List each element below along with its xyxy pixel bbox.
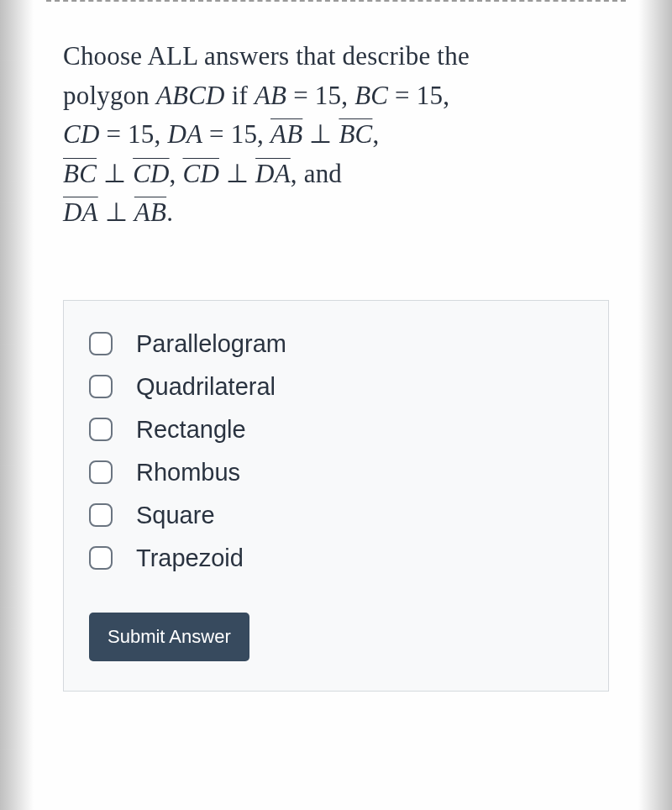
option-parallelogram[interactable]: Parallelogram	[89, 330, 583, 358]
question-intro: Choose ALL answers that describe the	[63, 41, 470, 71]
bar-cd-2: CD	[133, 159, 169, 188]
section-divider	[46, 0, 626, 3]
checkbox-rectangle[interactable]	[89, 418, 113, 441]
polygon-name: ABCD	[156, 81, 225, 110]
checkbox-rhombus[interactable]	[89, 460, 113, 484]
and-text: , and	[291, 159, 342, 188]
option-label-rhombus: Rhombus	[136, 459, 240, 487]
question-polygon-pre: polygon	[63, 81, 156, 110]
checkbox-parallelogram[interactable]	[89, 332, 113, 355]
option-quadrilateral[interactable]: Quadrilateral	[89, 373, 583, 401]
submit-answer-button[interactable]: Submit Answer	[89, 613, 249, 661]
option-label-quadrilateral: Quadrilateral	[136, 373, 276, 401]
option-rhombus[interactable]: Rhombus	[89, 459, 583, 487]
val-bc: 15	[417, 81, 443, 110]
answer-options-box: Parallelogram Quadrilateral Rectangle Rh…	[63, 300, 609, 692]
question-prompt: Choose ALL answers that describe the pol…	[63, 37, 609, 233]
checkbox-square[interactable]	[89, 503, 113, 527]
bar-bc-2: BC	[63, 159, 97, 188]
bar-da-4: DA	[63, 197, 98, 227]
if-text: if	[225, 81, 255, 110]
option-label-square: Square	[136, 502, 215, 529]
val-cd: 15	[128, 119, 154, 149]
checkbox-quadrilateral[interactable]	[89, 375, 113, 398]
seg-ab: AB	[255, 81, 286, 110]
checkbox-trapezoid[interactable]	[89, 546, 113, 570]
seg-da: DA	[167, 119, 202, 149]
val-ab: 15	[315, 81, 341, 110]
bar-da-3: DA	[255, 159, 291, 188]
bar-ab-1: AB	[270, 119, 302, 149]
option-label-trapezoid: Trapezoid	[136, 544, 244, 572]
seg-cd: CD	[63, 119, 99, 149]
val-da: 15	[231, 119, 257, 149]
option-square[interactable]: Square	[89, 502, 583, 529]
question-text-block: Choose ALL answers that describe the pol…	[21, 37, 651, 233]
option-label-rectangle: Rectangle	[136, 416, 246, 444]
option-label-parallelogram: Parallelogram	[136, 330, 286, 358]
seg-bc: BC	[354, 81, 388, 110]
option-trapezoid[interactable]: Trapezoid	[89, 544, 583, 572]
bar-cd-3: CD	[183, 159, 219, 188]
option-rectangle[interactable]: Rectangle	[89, 416, 583, 444]
bar-ab-4: AB	[134, 197, 166, 227]
bar-bc-1: BC	[339, 119, 372, 149]
